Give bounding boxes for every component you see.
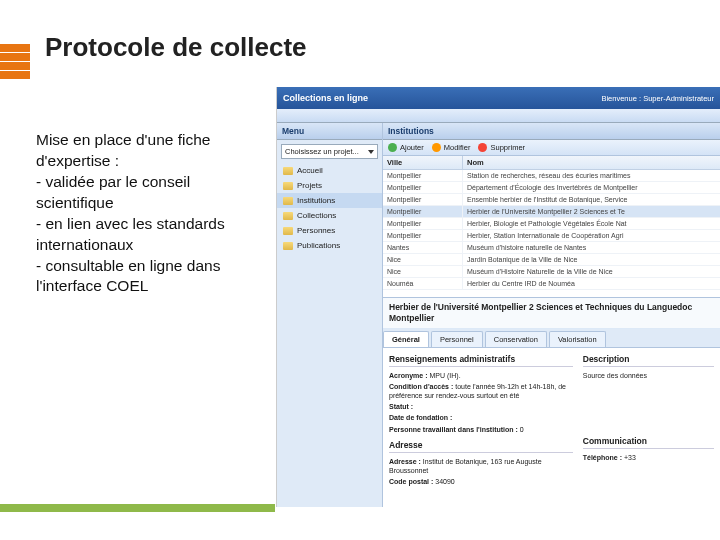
accent-underline: [0, 504, 275, 512]
detail-body: Renseignements administratifs Acronyme :…: [383, 348, 720, 507]
field-statut: Statut :: [389, 402, 573, 411]
desc-text: Source des données: [583, 371, 714, 380]
cell-ville: Montpellier: [383, 170, 463, 181]
cell-nom: Muséum d'Histoire Naturelle de la Ville …: [463, 266, 720, 277]
cell-ville: Nouméa: [383, 278, 463, 289]
field-cp: Code postal : 34090: [389, 477, 573, 486]
content-heading: Institutions: [383, 123, 720, 140]
col-nom[interactable]: Nom: [463, 156, 720, 169]
nav-label: Personnes: [297, 226, 335, 235]
table-row[interactable]: NiceJardin Botanique de la Ville de Nice: [383, 254, 720, 266]
btn-label: Supprimer: [490, 143, 525, 152]
app-title: Collections en ligne: [283, 93, 368, 103]
cell-ville: Nantes: [383, 242, 463, 253]
field-tel: Téléphone : +33: [583, 453, 714, 462]
slide-title: Protocole de collecte: [45, 32, 307, 63]
tab-valorisation[interactable]: Valorisation: [549, 331, 606, 347]
folder-icon: [283, 167, 293, 175]
institutions-grid: Ville Nom MontpellierStation de recherch…: [383, 156, 720, 298]
welcome-text: Bienvenue : Super-Administrateur: [601, 94, 714, 103]
nav-label: Publications: [297, 241, 340, 250]
cell-nom: Ensemble herbier de l'Institut de Botani…: [463, 194, 720, 205]
cell-ville: Montpellier: [383, 218, 463, 229]
add-button[interactable]: Ajouter: [388, 143, 424, 152]
cell-ville: Nice: [383, 254, 463, 265]
table-row[interactable]: MontpellierHerbier de l'Université Montp…: [383, 206, 720, 218]
delete-button[interactable]: Supprimer: [478, 143, 525, 152]
nav-collections[interactable]: Collections: [277, 208, 382, 223]
btn-label: Ajouter: [400, 143, 424, 152]
add-icon: [388, 143, 397, 152]
comm-title: Communication: [583, 436, 714, 449]
field-condition: Condition d'accès : toute l'année 9h-12h…: [389, 382, 573, 400]
admin-title: Renseignements administratifs: [389, 354, 573, 367]
adresse-title: Adresse: [389, 440, 573, 453]
folder-icon: [283, 227, 293, 235]
cell-ville: Montpellier: [383, 230, 463, 241]
detail-tabs: Général Personnel Conservation Valorisat…: [383, 329, 720, 348]
folder-icon: [283, 182, 293, 190]
cell-nom: Herbier, Biologie et Pathologie Végétale…: [463, 218, 720, 229]
edit-icon: [432, 143, 441, 152]
col-ville[interactable]: Ville: [383, 156, 463, 169]
table-row[interactable]: NantesMuséum d'histoire naturelle de Nan…: [383, 242, 720, 254]
nav-label: Accueil: [297, 166, 323, 175]
tab-personnel[interactable]: Personnel: [431, 331, 483, 347]
delete-icon: [478, 143, 487, 152]
cell-nom: Jardin Botanique de la Ville de Nice: [463, 254, 720, 265]
nav-projets[interactable]: Projets: [277, 178, 382, 193]
nav-personnes[interactable]: Personnes: [277, 223, 382, 238]
accent-bars: [0, 44, 30, 80]
cell-nom: Herbier, Station Internationale de Coopé…: [463, 230, 720, 241]
top-toolbar: [277, 109, 720, 123]
cell-ville: Montpellier: [383, 194, 463, 205]
grid-toolbar: Ajouter Modifier Supprimer: [383, 140, 720, 156]
nav-label: Collections: [297, 211, 336, 220]
sidebar-heading: Menu: [277, 123, 382, 140]
table-row[interactable]: MontpellierEnsemble herbier de l'Institu…: [383, 194, 720, 206]
field-acronyme: Acronyme : MPU (IH).: [389, 371, 573, 380]
table-row[interactable]: MontpellierStation de recherches, réseau…: [383, 170, 720, 182]
cell-nom: Herbier de l'Université Montpellier 2 Sc…: [463, 206, 720, 217]
modify-button[interactable]: Modifier: [432, 143, 471, 152]
cell-nom: Herbier du Centre IRD de Nouméa: [463, 278, 720, 289]
nav-label: Projets: [297, 181, 322, 190]
cell-nom: Département d'Écologie des Invertébrés d…: [463, 182, 720, 193]
nav-institutions[interactable]: Institutions: [277, 193, 382, 208]
app-screenshot: Collections en ligne Bienvenue : Super-A…: [276, 87, 720, 507]
slide-body: Mise en place d'une fiche d'expertise : …: [36, 130, 271, 297]
btn-label: Modifier: [444, 143, 471, 152]
table-row[interactable]: MontpellierDépartement d'Écologie des In…: [383, 182, 720, 194]
cell-nom: Station de recherches, réseau des écurie…: [463, 170, 720, 181]
project-select[interactable]: Choisissez un projet...: [281, 144, 378, 159]
field-date: Date de fondation :: [389, 413, 573, 422]
field-personne: Personne travaillant dans l'institution …: [389, 425, 573, 434]
nav-publications[interactable]: Publications: [277, 238, 382, 253]
chevron-down-icon: [368, 150, 374, 154]
desc-title: Description: [583, 354, 714, 367]
detail-heading: Herbier de l'Université Montpellier 2 Sc…: [383, 298, 720, 329]
cell-ville: Nice: [383, 266, 463, 277]
content-area: Institutions Ajouter Modifier Supprimer …: [383, 123, 720, 507]
sidebar: Menu Choisissez un projet... Accueil Pro…: [277, 123, 383, 507]
nav-accueil[interactable]: Accueil: [277, 163, 382, 178]
app-header: Collections en ligne Bienvenue : Super-A…: [277, 87, 720, 109]
cell-nom: Muséum d'histoire naturelle de Nantes: [463, 242, 720, 253]
table-row[interactable]: NiceMuséum d'Histoire Naturelle de la Vi…: [383, 266, 720, 278]
project-select-placeholder: Choisissez un projet...: [285, 147, 359, 156]
table-row[interactable]: NouméaHerbier du Centre IRD de Nouméa: [383, 278, 720, 290]
table-row[interactable]: MontpellierHerbier, Station Internationa…: [383, 230, 720, 242]
nav-label: Institutions: [297, 196, 335, 205]
cell-ville: Montpellier: [383, 206, 463, 217]
tab-general[interactable]: Général: [383, 331, 429, 347]
folder-icon: [283, 242, 293, 250]
tab-conservation[interactable]: Conservation: [485, 331, 547, 347]
cell-ville: Montpellier: [383, 182, 463, 193]
grid-header: Ville Nom: [383, 156, 720, 170]
field-adresse: Adresse : Institut de Botanique, 163 rue…: [389, 457, 573, 475]
folder-icon: [283, 197, 293, 205]
table-row[interactable]: MontpellierHerbier, Biologie et Patholog…: [383, 218, 720, 230]
folder-icon: [283, 212, 293, 220]
